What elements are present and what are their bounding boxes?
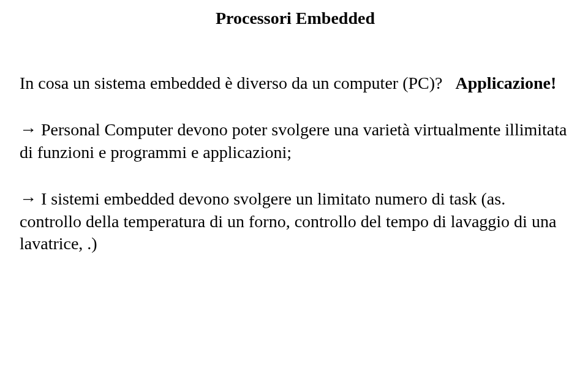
question-emphasis: Applicazione! [455, 73, 556, 92]
paragraph-2-text: I sistemi embedded devono svolgere un li… [20, 189, 556, 253]
page-title: Processori Embedded [20, 9, 571, 28]
paragraph-1-text: Personal Computer devono poter svolgere … [20, 120, 567, 161]
question-text: In cosa un sistema embedded è diverso da… [20, 73, 442, 92]
paragraph-1: → Personal Computer devono poter svolger… [20, 119, 571, 164]
question-line: In cosa un sistema embedded è diverso da… [20, 72, 571, 94]
arrow-icon: → [20, 189, 37, 208]
arrow-icon: → [20, 120, 37, 139]
paragraph-2: → I sistemi embedded devono svolgere un … [20, 188, 571, 255]
